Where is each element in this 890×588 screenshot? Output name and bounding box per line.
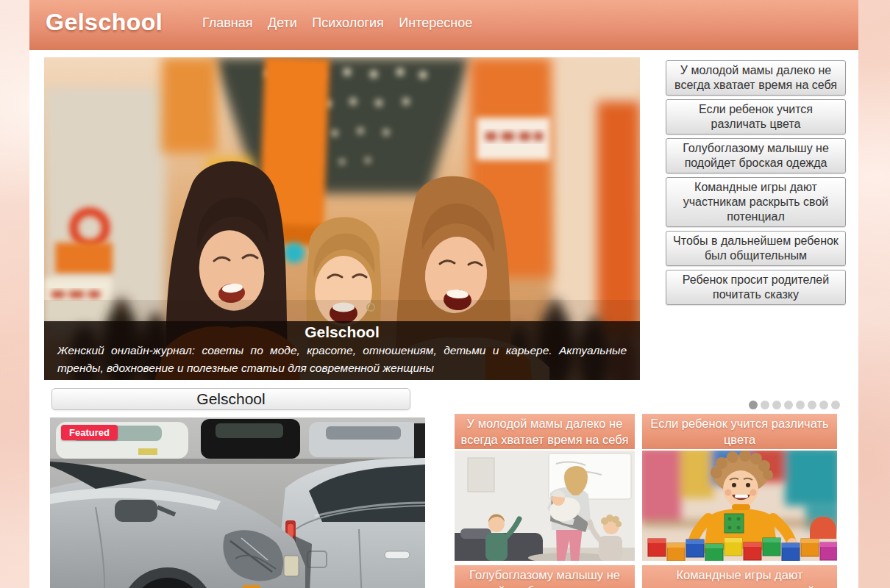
- hero-slider: Gelschool Женский онлайн-журнал: советы …: [44, 57, 640, 380]
- article-card-title[interactable]: Командные игры дают участникам раскрыть …: [642, 565, 837, 588]
- featured-badge: Featured: [61, 425, 118, 440]
- pagination-dot[interactable]: [772, 401, 781, 409]
- featured-article-card[interactable]: Featured: [50, 417, 425, 588]
- sidebar-item-sociable[interactable]: Чтобы в дальнейшем ребенок был общительн…: [666, 231, 846, 266]
- pagination-dot[interactable]: [796, 401, 805, 409]
- site-header: Gelschool Главная Дети Психология Интере…: [29, 0, 858, 50]
- sidebar-item-colors[interactable]: Если ребенок учится различать цвета: [666, 99, 846, 135]
- sidebar-article-list: У молодой мамы далеко не всегда хватает …: [666, 60, 846, 309]
- article-card-colors[interactable]: Если ребенок учится различать цвета: [642, 414, 837, 588]
- pagination-dot[interactable]: [761, 401, 769, 409]
- hero-caption-text: Женский онлайн-журнал: советы по моде, к…: [44, 341, 640, 377]
- article-card-title[interactable]: У молодой мамы далеко не всегда хватает …: [455, 414, 635, 449]
- featured-image-car-crash: [50, 417, 425, 588]
- article-card-image-link[interactable]: [455, 451, 635, 561]
- card-image-child-with-blocks: [642, 451, 837, 561]
- main-nav: Главная Дети Психология Интересное: [202, 15, 484, 31]
- hero-caption: Gelschool Женский онлайн-журнал: советы …: [44, 321, 640, 380]
- nav-item-children[interactable]: Дети: [268, 15, 297, 31]
- article-card-young-mom[interactable]: У молодой мамы далеко не всегда хватает …: [455, 414, 635, 588]
- article-card-image-link[interactable]: [642, 451, 837, 561]
- article-card-title[interactable]: Если ребенок учится различать цвета: [642, 414, 837, 449]
- pagination-dot[interactable]: [831, 401, 840, 409]
- section-title-bar[interactable]: Gelschool: [51, 388, 410, 410]
- pagination-dot[interactable]: [749, 401, 758, 409]
- pagination-dot[interactable]: [808, 401, 816, 409]
- card-image-mom-with-kids: [455, 451, 635, 561]
- nav-item-home[interactable]: Главная: [202, 15, 253, 31]
- site-logo[interactable]: Gelschool: [46, 9, 163, 36]
- pagination-dot[interactable]: [784, 401, 793, 409]
- nav-item-psychology[interactable]: Психология: [312, 15, 384, 31]
- sidebar-item-blue-eyed[interactable]: Голубоглазому малышу не подойдет броская…: [666, 138, 846, 173]
- pagination-dots: [749, 399, 843, 412]
- pagination-dot[interactable]: [819, 401, 828, 409]
- sidebar-item-fairytale[interactable]: Ребенок просит родителей почитать сказку: [666, 270, 846, 305]
- hero-caption-title: Gelschool: [44, 323, 640, 341]
- sidebar-item-young-mom[interactable]: У молодой мамы далеко не всегда хватает …: [666, 60, 846, 96]
- page-container: Gelschool Главная Дети Психология Интере…: [29, 0, 858, 588]
- sidebar-item-team-games[interactable]: Командные игры дают участникам раскрыть …: [666, 177, 846, 227]
- article-card-title[interactable]: Голубоглазому малышу не подойдет броская…: [455, 565, 635, 588]
- nav-item-interesting[interactable]: Интересное: [399, 15, 472, 31]
